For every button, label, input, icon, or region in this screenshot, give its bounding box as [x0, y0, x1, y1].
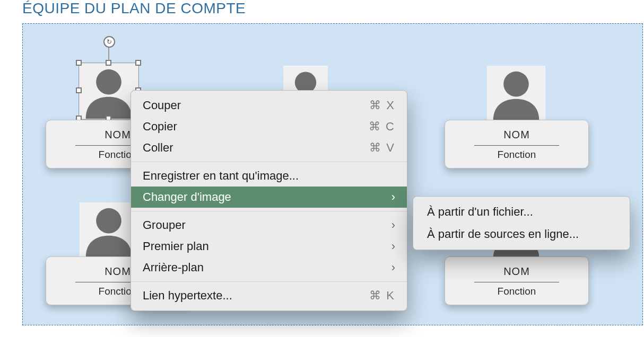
menu-shortcut: ⌘ V [369, 141, 395, 155]
menu-label: Coller [143, 141, 173, 155]
menu-label: Lien hypertexte... [143, 289, 232, 303]
rotate-handle[interactable]: ↻ [103, 36, 115, 48]
menu-item-save-as-image[interactable]: Enregistrer en tant qu'image... [131, 165, 407, 187]
card-name: NOM [445, 129, 588, 141]
menu-label: À partir d'un fichier... [427, 205, 533, 219]
menu-item-send-back[interactable]: Arrière-plan › [131, 257, 407, 278]
chevron-right-icon: › [391, 190, 395, 204]
submenu-item-from-online[interactable]: À partir de sources en ligne... [413, 223, 630, 245]
context-submenu-change-image: À partir d'un fichier... À partir de sou… [413, 196, 630, 250]
menu-shortcut: ⌘ X [369, 99, 395, 112]
menu-item-cut[interactable]: Couper ⌘ X [131, 95, 407, 116]
menu-label: Enregistrer en tant qu'image... [143, 169, 299, 183]
menu-shortcut: ⌘ C [369, 120, 395, 134]
menu-label: Couper [143, 99, 181, 112]
card-name: NOM [445, 265, 588, 278]
menu-item-group[interactable]: Grouper › [131, 215, 407, 236]
menu-label: Changer d'image [143, 190, 231, 204]
context-menu: Couper ⌘ X Copier ⌘ C Coller ⌘ V Enregis… [130, 90, 407, 311]
avatar-placeholder[interactable] [80, 202, 138, 258]
svg-point-5 [503, 72, 529, 97]
menu-label: Premier plan [143, 240, 209, 253]
submenu-item-from-file[interactable]: À partir d'un fichier... [413, 201, 630, 223]
menu-item-paste[interactable]: Coller ⌘ V [131, 137, 407, 158]
avatar-placeholder[interactable] [487, 66, 545, 121]
menu-item-bring-front[interactable]: Premier plan › [131, 236, 407, 257]
person-card[interactable]: NOM Fonction [445, 120, 589, 169]
menu-label: Copier [143, 120, 177, 134]
menu-shortcut: ⌘ K [369, 289, 395, 303]
svg-point-7 [96, 208, 121, 234]
menu-item-copy[interactable]: Copier ⌘ C [131, 116, 407, 137]
person-icon [80, 202, 138, 258]
menu-label: À partir de sources en ligne... [427, 227, 579, 241]
card-role: Fonction [445, 286, 588, 297]
menu-label: Grouper [143, 218, 186, 232]
chevron-right-icon: › [391, 218, 395, 232]
chevron-right-icon: › [391, 261, 395, 274]
person-card[interactable]: NOM Fonction [445, 256, 589, 305]
person-icon [487, 66, 545, 121]
card-role: Fonction [445, 149, 588, 161]
menu-item-hyperlink[interactable]: Lien hypertexte... ⌘ K [131, 285, 407, 306]
section-title: ÉQUIPE DU PLAN DE COMPTE [22, 0, 246, 17]
menu-label: Arrière-plan [143, 261, 204, 274]
chevron-right-icon: › [391, 240, 395, 253]
selected-image-wrapper[interactable]: ↻ [80, 60, 138, 119]
menu-item-change-image[interactable]: Changer d'image › [131, 187, 407, 208]
